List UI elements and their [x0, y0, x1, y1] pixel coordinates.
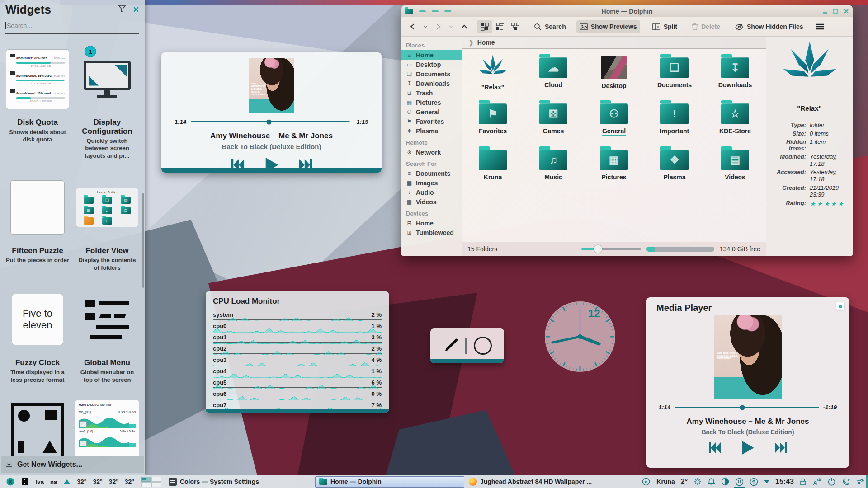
seek-knob[interactable] [266, 119, 271, 124]
audio-volume-icon[interactable] [721, 475, 729, 488]
titlebar-applet-dash[interactable] [419, 10, 426, 12]
search-button[interactable]: Search [531, 20, 569, 33]
place-item[interactable]: ≡Documents [401, 169, 462, 178]
seek-bar[interactable] [191, 121, 350, 122]
panel-edge-handle[interactable] [866, 475, 868, 488]
icons-view-button[interactable] [477, 20, 492, 33]
color-swatch[interactable] [474, 337, 492, 355]
next-button[interactable] [774, 442, 787, 453]
previous-button[interactable] [708, 442, 721, 453]
media-pause-icon[interactable] [735, 475, 744, 488]
temperature-sensor[interactable]: 32° [122, 475, 137, 488]
titlebar-applet-dash[interactable] [444, 10, 451, 12]
panel-up-arrow-icon[interactable] [60, 475, 74, 488]
show-previews-button[interactable]: Show Previews [576, 20, 640, 33]
tray-temperature[interactable]: 2° [681, 478, 688, 486]
folder-item[interactable]: ▦ Pictures [584, 142, 644, 188]
kde-launcher-icon[interactable]: K [3, 477, 18, 486]
place-item[interactable]: ↧Downloads [401, 79, 462, 88]
folder-item[interactable]: ☁ Cloud [523, 50, 584, 96]
widget-card-folder-view[interactable]: Home Folder ❏▤▦♫⊟⊔ Folder View Display t… [72, 173, 142, 272]
delete-button[interactable]: Delete [689, 20, 723, 33]
folder-item[interactable]: ⚄ Games [523, 96, 584, 142]
up-button[interactable] [458, 21, 471, 32]
virtual-desktop-pager[interactable] [141, 477, 161, 487]
place-item[interactable]: ▦Pictures [401, 98, 462, 107]
widget-card-fifteen-puzzle[interactable]: Fifteen Puzzle Put the pieces in order [3, 173, 72, 272]
forward-dropdown-icon[interactable] [446, 23, 457, 31]
folder-item[interactable]: ♫ Music [523, 142, 584, 188]
play-button[interactable] [741, 441, 755, 455]
eyedropper-icon[interactable] [443, 338, 458, 353]
back-button[interactable] [406, 20, 419, 33]
task-system-settings[interactable]: Colors — System Settings [165, 476, 314, 488]
digital-clock[interactable]: 15:43 [775, 478, 794, 486]
place-item[interactable]: ⚑Favorites [401, 117, 462, 126]
place-item[interactable]: ⊟Home [401, 218, 462, 228]
brightness-icon[interactable] [693, 475, 702, 488]
zoom-slider-knob[interactable] [594, 245, 602, 253]
folder-item[interactable]: "Relax" [462, 50, 523, 96]
widget-card-grouping[interactable]: Grouping Plasmoid Group Plasma widgets t… [3, 397, 72, 456]
seek-bar[interactable] [675, 407, 819, 408]
seek-knob[interactable] [740, 405, 745, 410]
titlebar[interactable]: Home — Dolphin [401, 5, 853, 17]
widget-card-fuzzy-clock[interactable]: Five to eleven Fuzzy Clock Time displaye… [3, 285, 72, 384]
switch-user-icon[interactable] [812, 475, 821, 488]
lock-icon[interactable] [800, 475, 807, 488]
tray-expander-icon[interactable] [764, 475, 769, 488]
tray-user-label[interactable]: Kruna [656, 478, 675, 485]
zoom-slider[interactable] [581, 248, 641, 250]
temperature-sensor[interactable]: 32° [90, 475, 105, 488]
folder-item[interactable]: ! Important [644, 96, 705, 142]
place-item[interactable]: ❏Documents [401, 69, 462, 79]
folder-item[interactable]: ⚑ Favorites [462, 96, 523, 142]
calculator-icon[interactable] [18, 475, 33, 488]
place-item[interactable]: ⊛Network [401, 147, 462, 157]
folder-item[interactable]: ↧ Downloads [705, 50, 765, 96]
notifications-bell-icon[interactable] [708, 475, 715, 488]
get-new-widgets-button[interactable]: Get New Widgets... [1, 456, 144, 473]
kde-tray-icon[interactable]: K [642, 477, 651, 486]
show-hidden-files-button[interactable]: Show Hidden Files [731, 20, 806, 33]
scrollbar[interactable] [142, 193, 144, 288]
updates-icon[interactable] [750, 475, 758, 488]
place-item[interactable]: ▭Desktop [401, 60, 462, 69]
sliders-settings-icon[interactable] [856, 475, 864, 488]
folder-item[interactable]: ☆ KDE-Store [705, 96, 765, 142]
widget-card-disk-quota[interactable]: /home/user: 70% used 3GiB free 17 GiB of… [3, 45, 72, 160]
night-color-icon[interactable]: zz [842, 475, 850, 488]
power-icon[interactable] [827, 475, 836, 488]
titlebar-applet-dash[interactable] [432, 10, 439, 12]
place-item[interactable]: ⌂Home [401, 50, 462, 60]
close-icon[interactable]: ✕ [133, 6, 139, 14]
widget-card-hdd-monitor[interactable]: Hard Disk I/O Monitor sda_(8:0)0 B/s / 1… [72, 397, 142, 456]
widget-card-global-menu[interactable]: Global Menu Global menubar on top of the… [72, 285, 142, 384]
place-item[interactable]: ⊔Trash [401, 88, 462, 98]
folder-item[interactable]: ⚇ General [584, 96, 644, 142]
keyboard-layout-2[interactable]: na [47, 475, 60, 488]
folder-item[interactable]: ❏ Documents [644, 50, 705, 96]
split-button[interactable]: Split [649, 20, 680, 33]
folder-item[interactable]: Kruna [462, 142, 523, 188]
maximize-button[interactable] [833, 9, 838, 14]
temperature-sensor[interactable]: 32° [74, 475, 90, 488]
tree-view-button[interactable] [508, 20, 523, 33]
back-dropdown-icon[interactable] [420, 23, 431, 31]
place-item[interactable]: ⚇General [401, 107, 462, 117]
minimize-button[interactable] [822, 9, 828, 14]
close-button[interactable] [844, 9, 849, 14]
panel-settings-button[interactable] [836, 302, 844, 310]
folder-item[interactable]: ▤ Videos [705, 142, 765, 188]
breadcrumb[interactable]: ❯ Home [462, 37, 766, 48]
place-item[interactable]: ▦Images [401, 178, 462, 188]
place-item[interactable]: ♪Audio [401, 188, 462, 197]
task-firefox[interactable]: Jughead Abstract 84 HD Wallpaper ... [465, 476, 614, 488]
temperature-sensor[interactable]: 32° [106, 475, 122, 488]
widget-card-display-configuration[interactable]: 1 Display Configuration Quickly switch b… [72, 45, 142, 160]
details-view-button[interactable] [493, 20, 507, 33]
keyboard-layout-1[interactable]: Iva [33, 475, 47, 488]
folder-item[interactable]: ❖ Plasma [644, 142, 705, 188]
hamburger-menu-button[interactable] [812, 21, 828, 33]
search-input[interactable]: Search... [5, 22, 139, 34]
